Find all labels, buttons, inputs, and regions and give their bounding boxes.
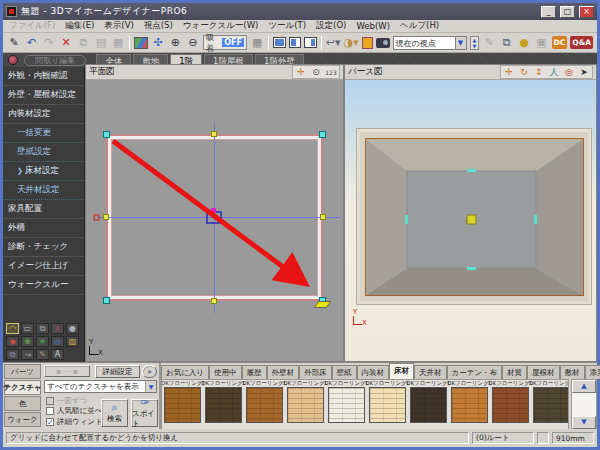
zoom-in-icon[interactable]: ⊕: [168, 35, 182, 50]
tab-parts[interactable]: パーツ: [4, 364, 41, 379]
catalog-icon[interactable]: ⧉: [500, 35, 514, 50]
sidebar-item-flooring[interactable]: ❯床材設定: [3, 162, 84, 181]
undo-icon[interactable]: ↶: [24, 35, 38, 50]
picture-icon[interactable]: ▨: [66, 336, 79, 347]
sidebar-item-exterior-check[interactable]: 外観・内観確認: [3, 67, 84, 86]
page-copy-icon[interactable]: ⧉: [6, 349, 19, 360]
return-view-icon[interactable]: ↩▾: [326, 35, 341, 50]
expand-button[interactable]: »: [142, 365, 157, 378]
mtab-favorites[interactable]: お気に入り: [161, 365, 209, 379]
eyedropper-button[interactable]: ✑スポイト: [131, 399, 158, 427]
camera-position-icon[interactable]: ⊙: [309, 66, 323, 78]
plan-canvas[interactable]: Y X: [86, 80, 343, 361]
swatch-texture[interactable]: [205, 387, 242, 423]
floor-handle-bottom[interactable]: [467, 267, 476, 270]
swatch-texture[interactable]: [246, 387, 283, 423]
swatch-texture[interactable]: [533, 387, 569, 423]
swatch-item[interactable]: DKフローリングJ: [163, 380, 202, 429]
close-button[interactable]: ×: [579, 6, 594, 18]
select-arrow-icon[interactable]: ➤: [577, 66, 591, 78]
sidebar-item-furniture[interactable]: 家具配置: [3, 200, 84, 219]
mtab-interior[interactable]: 内装材: [357, 365, 390, 379]
mtab-history[interactable]: 履歴: [242, 365, 267, 379]
menu-web[interactable]: Web(W): [356, 21, 390, 31]
swatch-texture[interactable]: [164, 387, 201, 423]
mtab-mat[interactable]: 敷材: [560, 365, 585, 379]
viewpoint-select[interactable]: 現在の視点 ▼: [393, 36, 467, 50]
plant-icon[interactable]: ❀: [21, 336, 34, 347]
layout-split-right-icon[interactable]: [304, 37, 317, 48]
tab-walk[interactable]: ウォーク: [4, 412, 41, 427]
text-3d-icon[interactable]: A: [51, 349, 64, 360]
floor-handle-top[interactable]: [467, 169, 476, 172]
torus-icon[interactable]: ◎: [51, 336, 64, 347]
sphere-icon[interactable]: ●: [66, 323, 79, 334]
menu-help[interactable]: ヘルプ(H): [400, 20, 439, 32]
perspective-canvas[interactable]: Y X: [345, 80, 596, 361]
swatch-texture[interactable]: [287, 387, 324, 423]
mtab-exterior-wall[interactable]: 外壁材: [267, 365, 300, 379]
menu-edit[interactable]: 編集(E): [65, 20, 94, 32]
detail-settings-button[interactable]: 詳細設定: [95, 365, 140, 378]
swatch-texture[interactable]: [369, 387, 406, 423]
swatch-texture[interactable]: [328, 387, 365, 423]
corner-handle-tl[interactable]: [103, 131, 110, 138]
menu-viewpoint[interactable]: 視点(S): [144, 20, 173, 32]
room-3d-exterior[interactable]: [356, 128, 592, 305]
mtab-curtain[interactable]: カーテン・布: [447, 365, 503, 379]
swatch-item[interactable]: DKフローリングL: [491, 380, 530, 429]
status-grid-toggle[interactable]: [537, 432, 549, 444]
maximize-button[interactable]: □: [560, 6, 575, 18]
camera-icon[interactable]: [376, 38, 389, 48]
chevron-down-icon[interactable]: ▼: [455, 36, 467, 50]
draw-icon[interactable]: ✎: [7, 35, 21, 50]
roof-icon[interactable]: ∧: [51, 323, 64, 334]
plan-view-title-bar[interactable]: 平面図 ✛ ⊙ 123: [86, 65, 343, 80]
madori-edit-button[interactable]: 間取り編集: [24, 55, 86, 66]
grid-icon[interactable]: ▦: [250, 35, 264, 50]
sidebar-item-walkthrough[interactable]: ウォークスルー: [3, 276, 84, 295]
swatch-item[interactable]: DKフローリングL: [450, 380, 489, 429]
light-icon[interactable]: ●: [517, 35, 531, 50]
orbit-icon[interactable]: ↻: [517, 66, 531, 78]
copy-icon[interactable]: ⧉: [76, 35, 90, 50]
search-button[interactable]: ⌕検索: [101, 399, 128, 427]
redo-icon[interactable]: ↷: [42, 35, 56, 50]
menu-tools[interactable]: ツール(T): [268, 20, 306, 32]
edit-box-icon[interactable]: ✎: [36, 349, 49, 360]
tab-color[interactable]: 色: [4, 396, 41, 411]
render-mode-icon[interactable]: ◑▾: [344, 35, 359, 50]
sidebar-item-wall-roof[interactable]: 外壁・屋根材設定: [3, 86, 84, 105]
layout-split-left-icon[interactable]: [289, 37, 302, 48]
swatch-texture[interactable]: [410, 387, 447, 423]
mid-handle-top[interactable]: [211, 131, 217, 137]
swatch-scrollbar[interactable]: ▲ ▼: [571, 379, 597, 430]
image-quality-icon[interactable]: [134, 37, 147, 49]
cube-icon[interactable]: ◆: [6, 336, 19, 347]
sidebar-item-diagnosis[interactable]: 診断・チェック: [3, 238, 84, 257]
swatch-item[interactable]: DKフローリングL: [368, 380, 407, 429]
floor-handle-left[interactable]: [405, 215, 408, 224]
menu-file[interactable]: ファイル(F): [9, 20, 55, 32]
chevron-down-icon[interactable]: ▼: [145, 381, 156, 392]
menu-view[interactable]: 表示(V): [104, 20, 133, 32]
material-box-icon[interactable]: [362, 37, 374, 49]
save-icon[interactable]: ▤: [94, 35, 108, 50]
zoom-out-icon[interactable]: ⊖: [186, 35, 200, 50]
swatch-item[interactable]: DKフローリングL: [204, 380, 243, 429]
menu-settings[interactable]: 設定(O): [316, 20, 346, 32]
one-face-checkbox[interactable]: 一面ずつ: [46, 396, 87, 406]
mid-handle-left[interactable]: [103, 214, 109, 220]
perspective-view-title-bar[interactable]: パース図 ✛ ↻ ↕ 人 ◎ ➤: [345, 65, 596, 80]
sidebar-item-ceiling[interactable]: 天井材設定: [3, 181, 84, 200]
sidebar-item-wallpaper[interactable]: 壁紙設定: [3, 143, 84, 162]
record-icon[interactable]: [8, 55, 18, 65]
swatch-texture[interactable]: [451, 387, 488, 423]
helper-icon[interactable]: ▣: [534, 35, 548, 50]
corner-handle-bl[interactable]: [103, 297, 110, 304]
qa-badge[interactable]: Q&A: [570, 36, 593, 49]
layout-single-icon[interactable]: [273, 37, 286, 48]
floor-handle-center[interactable]: [467, 215, 476, 224]
menu-walkthrough[interactable]: ウォークスルー(W): [183, 20, 259, 32]
pan-icon[interactable]: ✛: [294, 66, 308, 78]
